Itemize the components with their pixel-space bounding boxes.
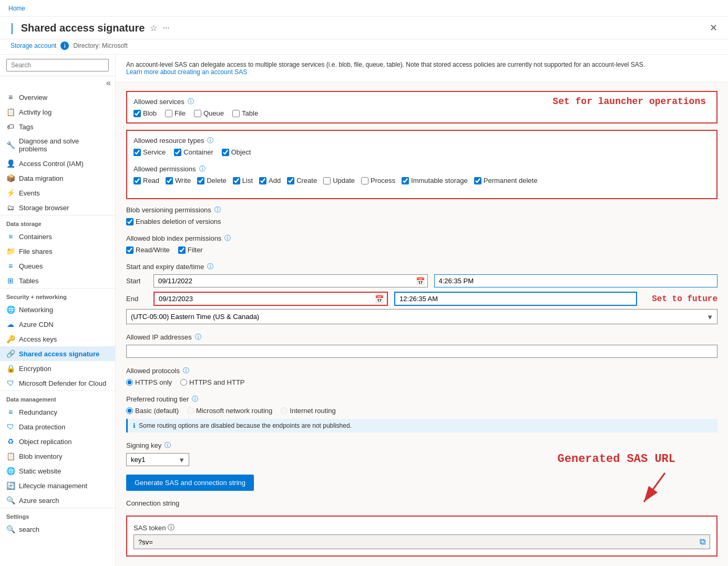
service-blob-checkbox[interactable] <box>134 110 141 117</box>
blob-versioning-checkbox-item[interactable]: Enables deletion of versions <box>126 218 717 225</box>
search-input[interactable] <box>6 59 109 71</box>
service-file-checkbox[interactable] <box>165 110 172 117</box>
blob-versioning-checkbox[interactable] <box>126 218 134 225</box>
sidebar-item-search[interactable]: 🔍 search <box>0 522 115 537</box>
perm-update[interactable]: Update <box>323 177 355 184</box>
routing-internet-radio[interactable] <box>281 407 288 414</box>
protocols-help-icon[interactable]: ⓘ <box>183 366 189 375</box>
perm-write[interactable]: Write <box>166 177 191 184</box>
sidebar-item-storage-browser[interactable]: 🗂 Storage browser <box>0 200 115 215</box>
perm-add-checkbox[interactable] <box>259 177 266 184</box>
learn-more-link[interactable]: Learn more about creating an account SAS <box>126 68 247 76</box>
service-blob[interactable]: Blob <box>134 109 157 117</box>
perm-read[interactable]: Read <box>134 177 159 184</box>
perm-create-checkbox[interactable] <box>287 177 294 184</box>
protocol-https-only-radio[interactable] <box>126 379 133 386</box>
routing-internet[interactable]: Internet routing <box>281 407 335 415</box>
sidebar-item-lifecycle[interactable]: 🔄 Lifecycle management <box>0 478 115 493</box>
sidebar-item-azure-search[interactable]: 🔍 Azure search <box>0 493 115 508</box>
perm-permanent-delete-checkbox[interactable] <box>474 177 481 184</box>
service-queue-checkbox[interactable] <box>194 110 201 117</box>
perm-write-checkbox[interactable] <box>166 177 173 184</box>
permissions-help-icon[interactable]: ⓘ <box>199 164 206 173</box>
sidebar-item-azure-cdn[interactable]: ☁ Azure CDN <box>0 317 115 332</box>
allowed-services-help-icon[interactable]: ⓘ <box>188 97 194 106</box>
perm-list-checkbox[interactable] <box>233 177 240 184</box>
start-calendar-icon[interactable]: 📅 <box>416 277 425 285</box>
sidebar-item-access-keys[interactable]: 🔑 Access keys <box>0 332 115 346</box>
sidebar-item-blob-inventory[interactable]: 📋 Blob inventory <box>0 449 115 464</box>
signing-key-select[interactable]: key1 key2 <box>126 453 189 466</box>
blob-index-filter-checkbox[interactable] <box>178 246 186 254</box>
close-button[interactable]: ✕ <box>710 22 717 34</box>
sidebar-item-defender[interactable]: 🛡 Microsoft Defender for Cloud <box>0 376 115 390</box>
service-queue[interactable]: Queue <box>194 109 224 117</box>
blob-versioning-help-icon[interactable]: ⓘ <box>214 205 221 214</box>
resource-container-checkbox[interactable] <box>174 149 181 156</box>
resource-service[interactable]: Service <box>134 148 166 156</box>
favorite-icon[interactable]: ☆ <box>150 23 157 33</box>
end-time-input[interactable] <box>394 292 637 306</box>
sidebar-item-encryption[interactable]: 🔒 Encryption <box>0 361 115 376</box>
sidebar-item-static-website[interactable]: 🌐 Static website <box>0 464 115 478</box>
sidebar-item-data-protection[interactable]: 🛡 Data protection <box>0 419 115 434</box>
perm-read-checkbox[interactable] <box>134 177 141 184</box>
sidebar-item-tags[interactable]: 🏷 Tags <box>0 119 115 134</box>
perm-permanent-delete[interactable]: Permanent delete <box>474 177 538 184</box>
routing-basic-radio[interactable] <box>126 407 133 414</box>
sidebar-item-shared-access-signature[interactable]: 🔗 Shared access signature <box>0 346 115 361</box>
sidebar-item-redundancy[interactable]: ≡ Redundancy <box>0 405 115 419</box>
sidebar-item-iam[interactable]: 👤 Access Control (IAM) <box>0 156 115 171</box>
sidebar-item-tables[interactable]: ⊞ Tables <box>0 273 115 288</box>
resource-object-checkbox[interactable] <box>222 149 229 156</box>
sidebar-item-queues[interactable]: ≡ Queues <box>0 259 115 273</box>
perm-immutable-checkbox[interactable] <box>402 177 409 184</box>
info-icon[interactable]: i <box>60 42 69 50</box>
sidebar-item-activity-log[interactable]: 📋 Activity log <box>0 105 115 119</box>
service-file[interactable]: File <box>165 109 186 117</box>
resource-service-checkbox[interactable] <box>134 149 141 156</box>
perm-process[interactable]: Process <box>361 177 395 184</box>
sidebar-item-overview[interactable]: ≡ Overview <box>0 90 115 105</box>
routing-microsoft-radio[interactable] <box>187 407 194 414</box>
ip-help-icon[interactable]: ⓘ <box>195 333 201 342</box>
timezone-select[interactable]: (UTC-05:00) Eastern Time (US & Canada) <box>126 309 717 324</box>
protocol-https-only[interactable]: HTTPS only <box>126 378 172 386</box>
generate-sas-button[interactable]: Generate SAS and connection string <box>126 475 254 491</box>
service-table[interactable]: Table <box>232 109 258 117</box>
ip-input[interactable] <box>126 345 717 358</box>
collapse-button[interactable]: « <box>0 76 115 90</box>
blob-index-readwrite[interactable]: Read/Write <box>126 246 170 254</box>
home-link[interactable]: Home <box>8 5 25 12</box>
start-date-input[interactable] <box>153 274 428 287</box>
resource-container[interactable]: Container <box>174 148 213 156</box>
routing-help-icon[interactable]: ⓘ <box>192 395 198 404</box>
perm-list[interactable]: List <box>233 177 253 184</box>
end-date-input[interactable] <box>155 293 387 305</box>
sidebar-item-events[interactable]: ⚡ Events <box>0 186 115 200</box>
resource-object[interactable]: Object <box>222 148 251 156</box>
routing-microsoft[interactable]: Microsoft network routing <box>187 407 272 415</box>
perm-delete[interactable]: Delete <box>197 177 227 184</box>
sidebar-item-containers[interactable]: ≡ Containers <box>0 229 115 244</box>
date-time-help-icon[interactable]: ⓘ <box>207 262 213 271</box>
sidebar-item-data-migration[interactable]: 📦 Data migration <box>0 171 115 186</box>
protocol-https-http[interactable]: HTTPS and HTTP <box>180 378 244 386</box>
service-table-checkbox[interactable] <box>232 110 240 117</box>
start-time-input[interactable] <box>434 274 718 287</box>
perm-process-checkbox[interactable] <box>361 177 368 184</box>
perm-immutable[interactable]: Immutable storage <box>402 177 468 184</box>
protocol-https-http-radio[interactable] <box>180 379 187 386</box>
perm-add[interactable]: Add <box>259 177 281 184</box>
signing-key-help-icon[interactable]: ⓘ <box>165 441 171 450</box>
sidebar-item-object-replication[interactable]: ♻ Object replication <box>0 434 115 449</box>
blob-index-filter[interactable]: Filter <box>178 246 203 254</box>
sas-token-input[interactable] <box>138 538 700 546</box>
end-calendar-icon[interactable]: 📅 <box>375 295 384 303</box>
resource-types-help-icon[interactable]: ⓘ <box>207 136 213 145</box>
perm-delete-checkbox[interactable] <box>197 177 204 184</box>
sidebar-item-file-shares[interactable]: 📁 File shares <box>0 244 115 259</box>
perm-update-checkbox[interactable] <box>323 177 331 184</box>
sas-token-copy-icon[interactable]: ⧉ <box>700 537 705 547</box>
more-options-icon[interactable]: ··· <box>162 23 169 33</box>
